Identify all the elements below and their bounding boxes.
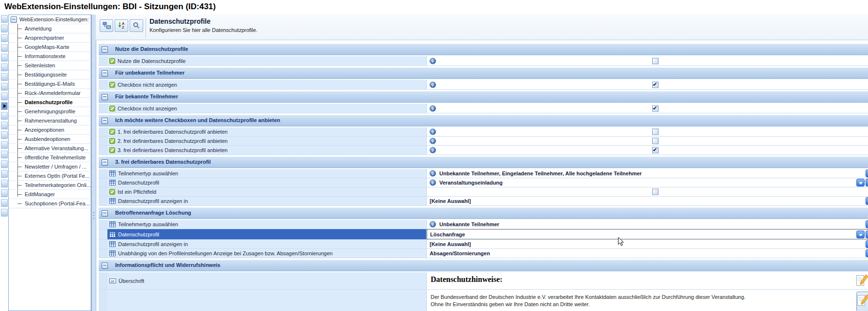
tree-root-node[interactable]: WebExtension-Einstellungen: bbox=[9, 15, 91, 24]
info-icon[interactable]: i bbox=[430, 180, 436, 186]
row-marker[interactable] bbox=[1, 170, 8, 178]
sort-alphabetical-button[interactable]: AZ bbox=[115, 19, 128, 32]
sidebar-item-datenschutzprofile[interactable]: Datenschutzprofile bbox=[9, 98, 91, 107]
value-checkbox[interactable] bbox=[652, 58, 658, 64]
info-icon[interactable]: i bbox=[430, 147, 436, 154]
setting-label-cell[interactable]: Unabhängig von den Profileinstellungen A… bbox=[107, 249, 426, 258]
dropdown-button-clipped[interactable] bbox=[866, 179, 868, 187]
sidebar-item-rahmenveranstaltung[interactable]: Rahmenveranstaltung bbox=[9, 116, 91, 125]
setting-label-cell[interactable]: Teilnehmertyp auswählen bbox=[107, 220, 426, 229]
row-marker[interactable] bbox=[1, 54, 8, 62]
value-input[interactable]: Löschanfrage bbox=[427, 229, 868, 239]
setting-label-cell[interactable]: Ist ein Pflichtfeld bbox=[107, 187, 426, 196]
info-icon[interactable]: i bbox=[430, 105, 436, 111]
row-marker[interactable] bbox=[1, 189, 8, 197]
info-icon[interactable]: i bbox=[430, 138, 436, 144]
dropdown-button-clipped[interactable] bbox=[866, 240, 868, 248]
info-icon[interactable]: i bbox=[430, 221, 436, 228]
row-marker[interactable] bbox=[1, 209, 8, 217]
setting-label-cell[interactable]: Datenschutzprofil anzeigen in bbox=[107, 240, 426, 249]
sidebar-item-alternative-veranstaltung[interactable]: Alternative Veranstaltung... bbox=[9, 144, 91, 153]
sidebar-item-best-tigungsseite[interactable]: Bestätigungsseite bbox=[9, 70, 91, 79]
sidebar-item-editmanager[interactable]: EditManager bbox=[9, 190, 91, 199]
setting-label-cell[interactable]: Datenschutzprofil bbox=[107, 178, 426, 187]
row-marker[interactable] bbox=[1, 44, 8, 52]
collapse-minus-icon[interactable] bbox=[102, 94, 108, 100]
sidebar-item-teilnehmerkategorien-onli[interactable]: Teilnehmerkategorien Onli... bbox=[9, 181, 91, 190]
row-marker[interactable] bbox=[1, 34, 8, 42]
value-checkbox[interactable] bbox=[652, 81, 658, 88]
info-icon[interactable]: i bbox=[430, 81, 436, 88]
sidebar-item-genehmigungsprofile[interactable]: Genehmigungsprofile bbox=[9, 107, 91, 116]
row-marker[interactable] bbox=[1, 122, 8, 129]
sidebar-item-ffentliche-teilnehmerliste[interactable]: öffentliche Teilnehmerliste bbox=[9, 153, 91, 162]
sidebar-item-r-ck-anmeldeformular[interactable]: Rück-/Anmeldeformular bbox=[9, 89, 91, 98]
info-icon[interactable]: i bbox=[430, 129, 436, 135]
row-marker[interactable] bbox=[1, 93, 8, 100]
setting-label-cell[interactable]: Datenschutzprofil bbox=[107, 229, 426, 239]
collapse-minus-icon[interactable] bbox=[102, 210, 108, 217]
sidebar-item-best-tigungs-e-mails[interactable]: Bestätigungs-E-Mails bbox=[9, 79, 91, 89]
sidebar-item-googlemaps-karte[interactable]: GoogleMaps-Karte bbox=[9, 43, 91, 52]
row-marker[interactable] bbox=[1, 151, 8, 158]
collapse-minus-icon[interactable] bbox=[102, 70, 108, 77]
categorized-view-button[interactable] bbox=[100, 19, 113, 32]
setting-label-cell[interactable]: abInformationspflicht bbox=[107, 290, 426, 311]
setting-label-cell[interactable]: 1. frei definierbares Datenschutzprofil … bbox=[107, 127, 426, 136]
sidebar-item-anmeldung[interactable]: Anmeldung bbox=[9, 24, 91, 33]
setting-label-cell[interactable]: Datenschutzprofil anzeigen in bbox=[107, 197, 426, 205]
dropdown-button[interactable] bbox=[856, 179, 865, 187]
row-marker[interactable] bbox=[1, 15, 8, 23]
search-button[interactable] bbox=[130, 19, 143, 32]
setting-label-cell[interactable]: 3. frei definierbares Datenschutzprofil … bbox=[107, 146, 426, 155]
row-marker[interactable] bbox=[1, 25, 8, 32]
svg-text:ab: ab bbox=[111, 279, 115, 282]
selected-row-marker[interactable] bbox=[1, 102, 8, 110]
row-marker[interactable] bbox=[1, 180, 8, 187]
row-marker[interactable] bbox=[1, 199, 8, 207]
edit-pencil-icon[interactable] bbox=[856, 274, 868, 288]
dropdown-button[interactable] bbox=[856, 231, 865, 238]
setting-label-cell[interactable]: Checkbox nicht anzeigen bbox=[107, 80, 426, 89]
row-marker[interactable] bbox=[1, 63, 8, 71]
collapse-minus-icon[interactable] bbox=[102, 47, 108, 53]
dropdown-button-clipped[interactable] bbox=[866, 231, 868, 238]
sidebar-item-newsletter-umfragen[interactable]: Newsletter / Umfragen / ... bbox=[9, 162, 91, 171]
sidebar-item-anzeigeoptionen[interactable]: Anzeigeoptionen bbox=[9, 125, 91, 135]
row-marker[interactable] bbox=[1, 160, 8, 168]
row-marker[interactable] bbox=[1, 83, 8, 91]
setting-label-cell[interactable]: Teilnehmertyp auswählen bbox=[107, 169, 426, 178]
row-marker[interactable] bbox=[1, 131, 8, 139]
value-checkbox[interactable] bbox=[652, 138, 658, 144]
setting-label-cell[interactable]: 2. frei definierbares Datenschutzprofil … bbox=[107, 137, 426, 145]
sidebar-item-ansprechpartner[interactable]: Ansprechpartner bbox=[9, 33, 91, 43]
info-icon[interactable]: i bbox=[430, 58, 436, 64]
sidebar-item-suchoptionen-portal-fea[interactable]: Suchoptionen (Portal-Fea... bbox=[9, 199, 91, 208]
setting-label-cell[interactable]: Nutze die Datenschutzprofile bbox=[107, 56, 426, 65]
row-marker[interactable] bbox=[1, 112, 8, 120]
collapse-minus-icon[interactable] bbox=[102, 263, 108, 269]
row-marker[interactable] bbox=[1, 141, 8, 149]
setting-label-cell[interactable]: abÜberschrift bbox=[107, 272, 426, 289]
sidebar-item-informationstexte[interactable]: Informationstexte bbox=[9, 52, 91, 61]
sidebar-splitter[interactable] bbox=[91, 15, 96, 311]
dropdown-button-clipped[interactable] bbox=[866, 170, 868, 177]
collapse-minus-icon[interactable] bbox=[11, 16, 17, 23]
sidebar-item-ausblendeoptionen[interactable]: Ausblendeoptionen bbox=[9, 135, 91, 144]
edit-pencil-button[interactable] bbox=[856, 292, 868, 311]
search-icon bbox=[133, 22, 140, 30]
row-marker[interactable] bbox=[1, 73, 8, 81]
dropdown-button-clipped[interactable] bbox=[866, 249, 868, 257]
value-checkbox[interactable] bbox=[652, 105, 658, 111]
value-checkbox[interactable] bbox=[652, 189, 658, 195]
dropdown-button-clipped[interactable] bbox=[866, 220, 868, 228]
sidebar-item-externes-optin-portal-fe[interactable]: Externes OptIn (Portal Fe... bbox=[9, 171, 91, 181]
setting-label-cell[interactable]: Checkbox nicht anzeigen bbox=[107, 104, 426, 113]
sidebar-item-seitenleisten[interactable]: Seitenleisten bbox=[9, 61, 91, 70]
dropdown-button-clipped[interactable] bbox=[866, 197, 868, 205]
value-checkbox[interactable] bbox=[652, 147, 658, 154]
collapse-minus-icon[interactable] bbox=[102, 159, 108, 166]
info-icon[interactable]: i bbox=[430, 171, 436, 177]
value-checkbox[interactable] bbox=[652, 129, 658, 135]
collapse-minus-icon[interactable] bbox=[102, 118, 108, 124]
